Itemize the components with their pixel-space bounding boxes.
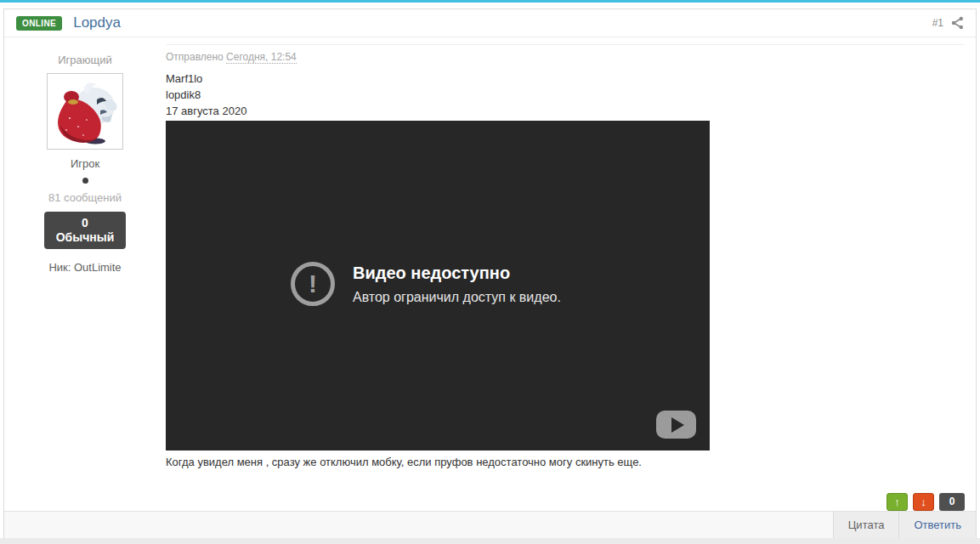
post-meta-line: Отправлено Сегодня, 12:54 [166, 44, 965, 63]
post-header-right: #1 [932, 16, 964, 30]
vote-up-button[interactable]: ↑ [887, 493, 908, 511]
status-badge: ONLINE [16, 16, 62, 31]
author-role-label: Игрок [4, 157, 166, 170]
post-timestamp: Сегодня, 12:54 [226, 51, 297, 64]
post-number-link[interactable]: #1 [932, 17, 943, 29]
reply-button[interactable]: Ответить [898, 512, 976, 538]
play-triangle-icon [671, 417, 684, 433]
post-caption-text: Когда увидел меня , сразу же отключил мо… [166, 455, 965, 469]
post-panel: ONLINE Lopdya #1 [3, 8, 977, 538]
video-error-title: Видео недоступно [353, 264, 561, 283]
author-group-label: Играющий [4, 54, 166, 66]
exclamation-glyph: ! [309, 269, 317, 298]
post-body: Играющий [4, 37, 976, 511]
vote-controls: ↑ ↓ 0 [166, 493, 965, 511]
reputation-value: 0 [44, 216, 126, 230]
author-sidebar: Играющий [4, 37, 166, 511]
author-post-count: 81 сообщений [4, 191, 166, 204]
down-arrow-icon: ↓ [921, 496, 926, 508]
youtube-logo-icon [656, 411, 696, 439]
post-text-block: Marf1lo lopdik8 17 августа 2020 [166, 71, 965, 119]
author-nick: Ник: OutLimite [4, 261, 166, 274]
vote-count-badge: 0 [939, 493, 965, 511]
post-text-line: lopdik8 [166, 87, 965, 103]
video-embed[interactable]: ! Видео недоступно Автор ограничил досту… [166, 121, 710, 450]
up-arrow-icon: ↑ [894, 496, 900, 508]
avatar[interactable] [47, 73, 123, 150]
vote-down-button[interactable]: ↓ [913, 493, 934, 511]
post-header-bar: ONLINE Lopdya #1 [4, 9, 976, 37]
post-content-column: Отправлено Сегодня, 12:54 Marf1lo lopdik… [166, 37, 976, 511]
reputation-badge: 0 Обычный [44, 212, 126, 249]
quote-button[interactable]: Цитата [833, 512, 899, 538]
share-icon[interactable] [951, 16, 964, 30]
post-text-line: Marf1lo [166, 71, 965, 87]
rank-pip-icon [82, 178, 88, 184]
page-bottom-strip [0, 538, 980, 544]
post-text-line: 17 августа 2020 [166, 103, 965, 119]
post-footer-bar: Цитата Ответить [4, 511, 976, 538]
video-error-text: Видео недоступно Автор ограничил доступ … [353, 264, 561, 305]
top-accent-line [0, 0, 980, 3]
avatar-image [49, 76, 121, 147]
reputation-label: Обычный [44, 230, 126, 245]
video-error-subtitle: Автор ограничил доступ к видео. [353, 290, 561, 305]
video-error-message: ! Видео недоступно Автор ограничил досту… [291, 262, 561, 306]
video-error-icon: ! [291, 262, 335, 306]
page-background: ONLINE Lopdya #1 [0, 0, 980, 544]
post-meta-prefix: Отправлено [166, 51, 224, 63]
topic-title-link[interactable]: Lopdya [73, 14, 121, 31]
